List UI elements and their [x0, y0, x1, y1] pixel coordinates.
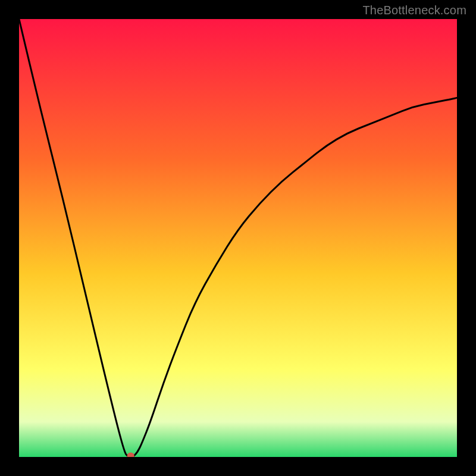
- gradient-background: [19, 19, 457, 457]
- chart-svg: [19, 19, 457, 457]
- attribution-label: TheBottleneck.com: [362, 4, 466, 17]
- chart-frame: [19, 19, 457, 457]
- chart-root: TheBottleneck.com: [0, 0, 476, 476]
